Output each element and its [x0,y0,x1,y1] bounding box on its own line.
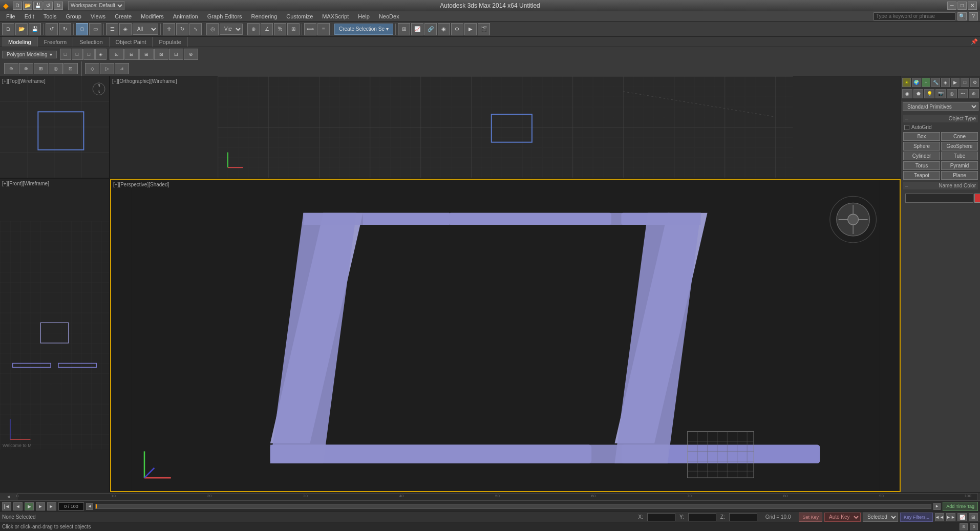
menu-animation[interactable]: Animation [169,12,202,20]
ribbon2-c[interactable]: ⊞ [34,63,48,74]
new-scene-btn[interactable]: 🗋 [2,23,14,35]
ribbon2-a[interactable]: ⊕ [4,63,18,74]
viewport-bottom-left[interactable]: [+][Front][Wireframe] [0,179,110,492]
snap-2d-btn[interactable]: S [960,523,968,530]
scrubber-toggle[interactable]: ◄ [2,494,15,499]
object-name-input[interactable] [905,194,973,203]
viewport-bottom-right[interactable]: [+][Perspective][Shaded] [110,179,901,492]
save-scene-btn[interactable]: 💾 [29,23,41,35]
btn-geosphere[interactable]: GeoSphere [941,142,978,151]
btn-cone[interactable]: Cone [941,132,978,141]
prev-key-btn[interactable]: ◄◄ [935,513,944,521]
menu-modifiers[interactable]: Modifiers [137,12,168,20]
select-by-name-btn[interactable]: ☰ [106,23,118,35]
select-filter-btn[interactable]: ◈ [119,23,132,35]
ribbon-tools-e[interactable]: ⊡ [169,49,183,60]
create-selection-btn[interactable]: Create Selection Se ▾ [334,24,393,35]
ribbon2-b[interactable]: ⊗ [19,63,33,74]
menu-rendering[interactable]: Rendering [247,12,282,20]
x-coord-input[interactable] [647,513,675,521]
selected-dropdown[interactable]: Selected [863,513,898,522]
rp-motion-btn[interactable]: ▶ [951,78,960,87]
menu-group[interactable]: Group [61,12,86,20]
render-frame-btn[interactable]: ▶ [464,23,477,35]
btn-plane[interactable]: Plane [941,171,978,180]
key-filters-btn[interactable]: Key Filters... [900,513,933,522]
rp-systems-btn[interactable]: ⊕ [969,89,979,98]
maximize-btn[interactable]: □ [957,2,967,10]
btn-teapot[interactable]: Teapot [903,171,940,180]
ribbon-tools-d[interactable]: ⊠ [154,49,168,60]
track-view-btn[interactable]: 📈 [411,23,423,35]
menu-create[interactable]: Create [111,12,136,20]
rp-display-btn[interactable]: □ [961,78,969,87]
btn-sphere[interactable]: Sphere [903,142,940,151]
btn-box[interactable]: Box [903,132,940,141]
snap-pct-btn[interactable]: % [274,23,286,35]
layer-mgr-btn[interactable]: ⊞ [398,23,410,35]
object-type-header[interactable]: – Object Type [903,115,978,122]
color-swatch[interactable] [974,194,980,203]
search-input[interactable] [874,12,955,20]
ribbon-btn-2[interactable]: □ [72,49,83,60]
menu-views[interactable]: Views [87,12,110,20]
open-minicrv-btn[interactable]: 📈 [957,513,967,521]
ribbon2-h[interactable]: ⊿ [115,63,129,74]
ribbon-btn-3[interactable]: □ [83,49,95,60]
rp-shapes-btn[interactable]: ⬟ [913,89,924,98]
rp-helpers-btn[interactable]: ◎ [947,89,957,98]
schematic-btn[interactable]: 🔗 [424,23,437,35]
close-btn[interactable]: ✕ [968,2,977,10]
rp-create-btn[interactable]: + [922,78,930,87]
redo-title-btn[interactable]: ↻ [54,2,63,10]
ribbon-pin[interactable]: 📌 [971,38,978,45]
frame-counter[interactable]: 0 / 100 [58,502,84,511]
scale-btn[interactable]: ⤡ [189,23,202,35]
mirror-btn[interactable]: ⟺ [304,23,316,35]
ref-coord-btn[interactable]: ◎ [206,23,219,35]
ribbon2-d[interactable]: ◎ [49,63,63,74]
btn-cylinder[interactable]: Cylinder [903,152,940,160]
undo-btn[interactable]: ↺ [46,23,58,35]
redo-btn[interactable]: ↻ [59,23,71,35]
rp-cameras-btn[interactable]: 📷 [935,89,946,98]
viewport-tl-label[interactable]: [+][Top][Wireframe] [2,78,46,84]
menu-edit[interactable]: Edit [20,12,38,20]
filter-curves-btn[interactable]: ⊞ [969,513,978,521]
new-btn[interactable]: 🗋 [13,2,22,10]
ref-coord-dropdown[interactable]: View [220,24,243,35]
ribbon-tools-a[interactable]: ⊡ [110,49,124,60]
next-frame-btn[interactable]: ► [36,502,45,511]
snap-3d-btn[interactable]: 3 [970,523,978,530]
render-setup-btn[interactable]: ⚙ [451,23,463,35]
viewport-br-label[interactable]: [+][Perspective][Shaded] [113,182,169,187]
btn-tube[interactable]: Tube [941,152,978,160]
filter-dropdown[interactable]: All [133,24,158,35]
align-btn[interactable]: ≡ [317,23,330,35]
viewport-tr-label[interactable]: [+][Orthographic][Wireframe] [112,78,177,84]
scrubber-left-arrow[interactable]: ◄ [86,503,93,510]
prev-frame-btn[interactable]: ◄ [13,502,23,511]
rp-hierarchy-btn[interactable]: ◈ [941,78,950,87]
tab-modeling[interactable]: Modeling [2,37,38,47]
select-btn[interactable]: ⬡ [76,23,88,35]
polygon-modeling-label[interactable]: Polygon Modeling ▾ [2,51,57,58]
material-editor-btn[interactable]: ◉ [438,23,450,35]
scrubber-right-arrow[interactable]: ► [933,503,941,510]
z-coord-input[interactable] [729,513,757,521]
snap-spinner-btn[interactable]: ⊞ [287,23,300,35]
scrubber-track[interactable] [95,504,931,509]
snap-angle-btn[interactable]: ∠ [261,23,273,35]
menu-maxscript[interactable]: MAXScript [318,12,353,20]
primitives-dropdown[interactable]: Standard Primitives [903,102,978,111]
menu-help[interactable]: Help [354,12,374,20]
go-to-start-btn[interactable]: |◄ [2,502,11,511]
ribbon2-e[interactable]: ⊡ [63,63,78,74]
rp-env-btn[interactable]: 🌍 [912,78,921,87]
name-color-header[interactable]: – Name and Color [903,182,978,189]
auto-key-dropdown[interactable]: Auto Key [824,513,861,522]
help-btn[interactable]: ? [969,12,978,20]
go-to-end-btn[interactable]: ►| [47,502,56,511]
search-btn[interactable]: 🔍 [957,12,967,20]
ribbon-tools-f[interactable]: ⊗ [184,49,198,60]
